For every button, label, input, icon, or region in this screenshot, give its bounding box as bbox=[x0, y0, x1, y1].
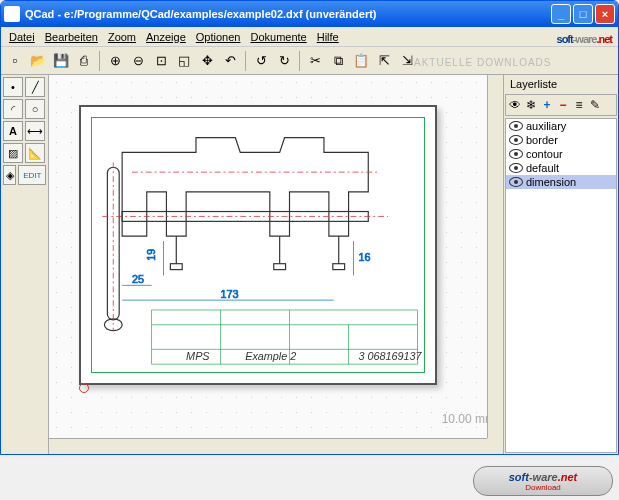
layer-list-icon[interactable]: ≡ bbox=[572, 98, 586, 112]
measure-tool-icon[interactable]: 📐 bbox=[25, 143, 45, 163]
window-title: QCad - e:/Programme/QCad/examples/exampl… bbox=[25, 8, 549, 20]
layer-name: contour bbox=[526, 148, 563, 160]
layer-item-border[interactable]: border bbox=[506, 133, 616, 147]
text-tool-icon[interactable]: A bbox=[3, 121, 23, 141]
layer-panel: Layerliste 👁 ❄ + − ≡ ✎ auxiliaryborderco… bbox=[503, 75, 618, 454]
app-icon bbox=[4, 6, 20, 22]
brand-logo: soft-ware.net bbox=[557, 27, 612, 48]
svg-rect-8 bbox=[333, 264, 345, 270]
undo-icon[interactable]: ↺ bbox=[250, 50, 272, 72]
horizontal-scrollbar[interactable] bbox=[49, 438, 487, 454]
separator bbox=[245, 51, 246, 71]
layer-name: border bbox=[526, 134, 558, 146]
copy-icon[interactable]: ⧉ bbox=[327, 50, 349, 72]
zoom-in-icon[interactable]: ⊕ bbox=[104, 50, 126, 72]
layer-edit-icon[interactable]: ✎ bbox=[588, 98, 602, 112]
svg-rect-4 bbox=[170, 264, 182, 270]
circle-tool-icon[interactable]: ○ bbox=[25, 99, 45, 119]
zoom-prev-icon[interactable]: ↶ bbox=[219, 50, 241, 72]
print-icon[interactable]: ⎙ bbox=[73, 50, 95, 72]
minimize-button[interactable]: _ bbox=[551, 4, 571, 24]
close-button[interactable]: × bbox=[595, 4, 615, 24]
dimension-tool-icon[interactable]: ⟷ bbox=[25, 121, 45, 141]
zoom-auto-icon[interactable]: ⊡ bbox=[150, 50, 172, 72]
cut-icon[interactable]: ✂ bbox=[304, 50, 326, 72]
visibility-eye-icon[interactable] bbox=[509, 149, 523, 159]
download-badge[interactable]: soft-ware.net Download bbox=[473, 466, 613, 496]
layer-toolbar: 👁 ❄ + − ≡ ✎ bbox=[505, 94, 617, 116]
move-top-icon[interactable]: ⇱ bbox=[373, 50, 395, 72]
layer-item-auxiliary[interactable]: auxiliary bbox=[506, 119, 616, 133]
drawing-border: 25 173 19 16 bbox=[91, 117, 425, 373]
point-tool-icon[interactable]: • bbox=[3, 77, 23, 97]
toolbox: • ╱ ◜ ○ A ⟷ ▨ 📐 ◈ EDIT bbox=[1, 75, 49, 454]
tag-tool-icon[interactable]: ◈ bbox=[3, 165, 16, 185]
cad-drawing: 25 173 19 16 bbox=[92, 118, 424, 372]
layer-name: default bbox=[526, 162, 559, 174]
hatch-tool-icon[interactable]: ▨ bbox=[3, 143, 23, 163]
visibility-eye-icon[interactable] bbox=[509, 135, 523, 145]
layer-eye-icon[interactable]: 👁 bbox=[508, 98, 522, 112]
titlebar[interactable]: QCad - e:/Programme/QCad/examples/exampl… bbox=[1, 1, 618, 27]
svg-text:3 068169137: 3 068169137 bbox=[358, 350, 422, 362]
menu-datei[interactable]: Datei bbox=[5, 29, 39, 45]
app-window: QCad - e:/Programme/QCad/examples/exampl… bbox=[0, 0, 619, 455]
menubar: Datei Bearbeiten Zoom Anzeige Optionen D… bbox=[1, 27, 618, 47]
zoom-window-icon[interactable]: ◱ bbox=[173, 50, 195, 72]
visibility-eye-icon[interactable] bbox=[509, 121, 523, 131]
zoom-out-icon[interactable]: ⊖ bbox=[127, 50, 149, 72]
edit-tool-button[interactable]: EDIT bbox=[18, 165, 46, 185]
menu-anzeige[interactable]: Anzeige bbox=[142, 29, 190, 45]
visibility-eye-icon[interactable] bbox=[509, 177, 523, 187]
main-area: • ╱ ◜ ○ A ⟷ ▨ 📐 ◈ EDIT bbox=[1, 75, 618, 454]
canvas[interactable]: 25 173 19 16 bbox=[49, 75, 503, 454]
open-icon[interactable]: 📂 bbox=[27, 50, 49, 72]
svg-text:Example 2: Example 2 bbox=[245, 350, 296, 362]
new-icon[interactable]: ▫ bbox=[4, 50, 26, 72]
menu-zoom[interactable]: Zoom bbox=[104, 29, 140, 45]
svg-rect-6 bbox=[274, 264, 286, 270]
svg-text:173: 173 bbox=[221, 288, 239, 300]
layer-remove-icon[interactable]: − bbox=[556, 98, 570, 112]
arc-tool-icon[interactable]: ◜ bbox=[3, 99, 23, 119]
main-toolbar: ▫ 📂 💾 ⎙ ⊕ ⊖ ⊡ ◱ ✥ ↶ ↺ ↻ ✂ ⧉ 📋 ⇱ ⇲ bbox=[1, 47, 618, 75]
visibility-eye-icon[interactable] bbox=[509, 163, 523, 173]
move-bottom-icon[interactable]: ⇲ bbox=[396, 50, 418, 72]
redo-icon[interactable]: ↻ bbox=[273, 50, 295, 72]
scroll-corner bbox=[487, 438, 503, 454]
separator bbox=[99, 51, 100, 71]
paste-icon[interactable]: 📋 bbox=[350, 50, 372, 72]
vertical-scrollbar[interactable] bbox=[487, 75, 503, 438]
menu-optionen[interactable]: Optionen bbox=[192, 29, 245, 45]
layer-name: dimension bbox=[526, 176, 576, 188]
menu-bearbeiten[interactable]: Bearbeiten bbox=[41, 29, 102, 45]
svg-text:19: 19 bbox=[145, 249, 157, 261]
layer-item-dimension[interactable]: dimension bbox=[506, 175, 616, 189]
layer-name: auxiliary bbox=[526, 120, 566, 132]
svg-text:MPS: MPS bbox=[186, 350, 210, 362]
layer-freeze-icon[interactable]: ❄ bbox=[524, 98, 538, 112]
origin-marker bbox=[79, 383, 89, 393]
zoom-pan-icon[interactable]: ✥ bbox=[196, 50, 218, 72]
layer-list[interactable]: auxiliarybordercontourdefaultdimension bbox=[505, 118, 617, 453]
svg-text:25: 25 bbox=[132, 273, 144, 285]
layer-item-contour[interactable]: contour bbox=[506, 147, 616, 161]
separator bbox=[299, 51, 300, 71]
maximize-button[interactable]: □ bbox=[573, 4, 593, 24]
layer-add-icon[interactable]: + bbox=[540, 98, 554, 112]
menu-dokumente[interactable]: Dokumente bbox=[246, 29, 310, 45]
menu-hilfe[interactable]: Hilfe bbox=[313, 29, 343, 45]
drawing-sheet: 25 173 19 16 bbox=[79, 105, 437, 385]
layer-item-default[interactable]: default bbox=[506, 161, 616, 175]
line-tool-icon[interactable]: ╱ bbox=[25, 77, 45, 97]
layer-panel-title: Layerliste bbox=[504, 75, 618, 93]
save-icon[interactable]: 💾 bbox=[50, 50, 72, 72]
svg-text:16: 16 bbox=[358, 251, 370, 263]
